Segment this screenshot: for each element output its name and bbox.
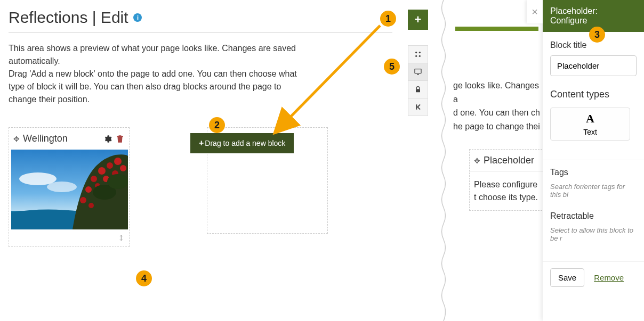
separator [440, 0, 447, 321]
content-type-label: Text [583, 128, 597, 136]
save-button[interactable]: Save [550, 268, 584, 287]
info-icon[interactable]: i [133, 13, 142, 22]
svg-point-20 [419, 55, 421, 57]
callout-5: 5 [384, 59, 400, 75]
svg-rect-22 [417, 74, 419, 75]
svg-point-5 [98, 167, 106, 175]
tags-helper: Search for/enter tags for this bl [550, 183, 637, 199]
svg-point-18 [419, 52, 421, 53]
intro-line1: This area shows a preview of what your p… [9, 44, 296, 65]
svg-point-6 [107, 162, 113, 169]
callout-4: 4 [136, 270, 152, 286]
move-icon[interactable]: ✥ [13, 135, 20, 143]
block-wellington[interactable]: ✥ Wellington [9, 127, 130, 247]
lock-button[interactable] [408, 80, 428, 98]
placeholder-body: Please configure t choose its type. [470, 172, 544, 210]
svg-point-13 [80, 197, 86, 203]
preview-strip: ge looks like. Changes a d one. You can … [449, 0, 545, 321]
arrow-icon [264, 21, 387, 144]
resize-handle-icon[interactable]: ⤡ [116, 233, 127, 243]
placeholder-block[interactable]: ✥ Placeholder Please configure t choose … [469, 149, 545, 211]
remove-link[interactable]: Remove [594, 273, 624, 282]
preview-bar [455, 27, 538, 31]
content-type-text[interactable]: A Text [550, 108, 630, 141]
intro-text: This area shows a preview of what your p… [9, 42, 307, 106]
editor-toolbar: + [408, 10, 428, 116]
svg-point-4 [91, 176, 97, 182]
svg-line-24 [275, 26, 380, 133]
trash-icon[interactable] [115, 134, 125, 144]
block-image [11, 150, 127, 229]
svg-point-8 [85, 186, 92, 193]
configure-panel: × Placeholder: Configure Block title Con… [543, 0, 644, 321]
callout-2: 2 [209, 117, 225, 133]
plus-icon: + [199, 138, 204, 148]
move-icon[interactable]: ✥ [474, 157, 480, 165]
page-title: Reflections | Edit [9, 9, 128, 27]
svg-point-19 [415, 55, 417, 57]
svg-point-16 [107, 174, 128, 189]
block-title-input[interactable] [550, 55, 637, 76]
gear-icon[interactable] [102, 134, 112, 144]
svg-point-2 [47, 182, 77, 192]
tags-label: Tags [550, 168, 637, 177]
svg-point-7 [114, 158, 122, 165]
svg-rect-21 [415, 69, 421, 73]
placeholder-title: Placeholder [484, 155, 534, 166]
preview-text-fragment: ge looks like. Changes a d one. You can … [449, 79, 545, 149]
svg-point-12 [120, 165, 126, 171]
config-divider [543, 160, 644, 160]
svg-rect-23 [416, 89, 420, 92]
settings-button[interactable] [408, 45, 428, 63]
content-types-label: Content types [550, 89, 637, 100]
collapse-button[interactable] [408, 98, 428, 116]
callout-3: 3 [589, 27, 605, 43]
add-block-button[interactable]: + [408, 10, 428, 30]
retractable-label: Retractable [550, 211, 637, 221]
intro-line2: Drag 'Add a new block' onto the page to … [9, 69, 297, 104]
retractable-helper: Select to allow this block to be r [550, 226, 637, 242]
callout-1: 1 [380, 11, 396, 27]
svg-point-14 [88, 203, 94, 208]
svg-point-17 [415, 52, 417, 53]
block-title: Wellington [23, 133, 99, 144]
display-button[interactable] [408, 63, 428, 81]
text-type-icon: A [586, 112, 594, 126]
close-button[interactable]: × [527, 0, 543, 23]
